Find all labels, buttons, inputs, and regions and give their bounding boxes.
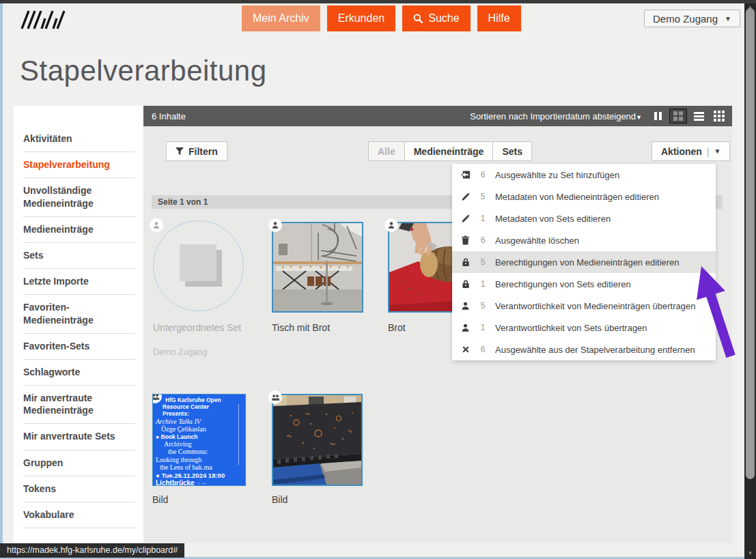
sidebar-item-letzte-importe[interactable]: Letzte Importe [14,269,143,294]
poster-line: Presents: [156,410,242,417]
menu-label: Verantwortlichkeit von Sets übertragen [495,323,647,333]
poster-line: Archive Talks IV [156,418,242,426]
menu-item-transfer-media-responsibility[interactable]: 5 Verantwortlichkeit von Medieneinträgen… [452,295,716,317]
chevron-down-icon: ▼ [636,114,642,121]
nav-erkunden-button[interactable]: Erkunden [327,5,396,31]
menu-item-edit-set-metadata[interactable]: 1 Metadaten von Sets editieren [452,207,716,229]
sidebar-item-mir-anvertraute-sets[interactable]: Mir anvertraute Sets [14,424,143,449]
filter-button[interactable]: Filtern [166,141,227,161]
poster-line: ● Book Launch [156,433,242,440]
poster-line: ● Tue.26.11.2024 18:00 [156,472,242,479]
media-thumbnail[interactable] [272,394,363,486]
card-title[interactable]: Untergeordnetes Set [153,322,241,333]
nav-hilfe-button[interactable]: Hilfe [477,5,521,31]
owner-badge [268,218,282,232]
sort-label: Sortieren nach Importierdatum absteigend [470,111,636,121]
card-title[interactable]: Bild [152,494,168,505]
page-title: Stapelverarbeitung [20,55,267,87]
results-count: 6 Inhalte [152,111,186,121]
lock-icon [462,257,470,267]
menu-count: 6 [479,345,487,354]
pencil-icon [461,214,470,223]
type-filter-tabs: Alle Medieneinträge Sets [369,141,532,161]
card-title[interactable]: Tisch mit Brot [272,322,330,333]
window-border-top [0,0,756,3]
scrollbar-thumb[interactable] [746,8,755,479]
menu-count: 5 [479,257,487,267]
poster-line: Archiving [156,440,242,448]
chevron-down-icon: ▼ [725,15,731,23]
sidebar-item-unvollstaendige-medieneintraege[interactable]: Unvollständige Medieneinträge [14,178,143,216]
menu-label: Berechtigungen von Medieneinträgen editi… [495,257,680,268]
nav-suche-button[interactable]: Suche [402,5,470,31]
sidebar-item-medieneintraege[interactable]: Medieneinträge [14,217,143,242]
sidebar-item-tokens[interactable]: Tokens [14,476,143,502]
madek-logo[interactable] [20,9,71,33]
view-toggle-list-icon[interactable] [690,109,708,124]
grid-item-media: Bild [272,394,363,486]
sidebar-item-stapelverarbeitung[interactable]: Stapelverarbeitung [14,152,143,177]
poster-line: Özge Çelikaslan [156,425,242,433]
move-to-set-icon [461,170,471,180]
card-title[interactable]: Brot [388,322,406,333]
tab-sets[interactable]: Sets [492,141,532,161]
grid-item-media: Tisch mit Brot [272,222,363,313]
actions-dropdown-menu: 6 Ausgewählte zu Set hinzufügen 5 Metada… [452,164,716,360]
menu-label: Metadaten von Sets editieren [495,214,611,224]
person-icon [152,221,160,229]
divider [23,528,135,528]
filter-label: Filtern [188,146,218,157]
nav-label: Hilfe [488,12,510,25]
menu-item-edit-set-permissions[interactable]: 1 Berechtigungen von Sets editieren [452,273,716,295]
sort-dropdown[interactable]: Sortieren nach Importierdatum absteigend… [470,111,642,121]
media-thumbnail[interactable] [272,222,363,313]
grid-item-media: HfG Karlsruhe Open Resource Center Prese… [152,394,246,486]
view-toggle-tiles-icon[interactable] [710,109,728,124]
poster-line: Lichtbrücke [156,479,242,486]
funnel-icon [176,147,184,156]
set-thumbnail[interactable] [153,220,244,311]
tab-alle[interactable]: Alle [368,141,405,161]
poster-line: Looking through [156,456,242,464]
nav-mein-archiv-button[interactable]: Mein Archiv [242,5,320,31]
view-toggle-columns-icon[interactable] [649,109,667,124]
sidebar-item-aktivitaeten[interactable]: Aktivitäten [14,126,143,152]
scroll-down-icon[interactable]: ▼ [744,550,756,556]
people-icon [271,394,280,401]
sidebar-item-mir-anvertraute-medieneintraege[interactable]: Mir anvertraute Medieneinträge [14,386,143,423]
tab-medieneintraege[interactable]: Medieneinträge [404,141,494,161]
menu-label: Ausgewählte aus der Stapelverarbeitung e… [495,345,695,355]
vertical-scrollbar[interactable]: ▲ ▼ [744,3,756,559]
lock-icon [462,279,470,289]
sidebar-item-favoriten-sets[interactable]: Favoriten-Sets [14,334,143,359]
actions-dropdown-button[interactable]: Aktionen | ▼ [652,141,730,161]
sidebar-item-gruppen[interactable]: Gruppen [14,450,143,476]
sidebar-item-sets[interactable]: Sets [14,243,143,268]
person-icon [461,302,470,311]
menu-item-edit-media-metadata[interactable]: 5 Metadaten von Medieneinträgen editiere… [452,186,716,207]
sidebar-item-schlagworte[interactable]: Schlagworte [14,360,143,385]
poster-line: the Lens of bak.ma [156,463,242,472]
menu-item-remove-from-batch[interactable]: 6 Ausgewählte aus der Stapelverarbeitung… [452,339,716,360]
card-title[interactable]: Bild [272,494,288,505]
nav-label: Mein Archiv [253,12,309,25]
sidebar: Aktivitäten Stapelverarbeitung Unvollstä… [14,106,143,543]
account-menu-button[interactable]: Demo Zugang ▼ [644,10,740,27]
pencil-icon [461,192,470,201]
grid-item-set: Untergeordnetes Set Demo Zugang [153,220,244,311]
menu-item-add-to-set[interactable]: 6 Ausgewählte zu Set hinzufügen [452,164,716,186]
divider: | [707,146,710,157]
menu-item-edit-media-permissions[interactable]: 5 Berechtigungen von Medieneinträgen edi… [452,251,716,273]
sidebar-item-favoriten-medieneintraege[interactable]: Favoriten-Medieneinträge [14,295,143,332]
menu-item-transfer-set-responsibility[interactable]: 1 Verantwortlichkeit von Sets übertragen [452,317,716,339]
menu-count: 1 [479,323,487,332]
card-owner: Demo Zugang [153,347,207,357]
media-thumbnail[interactable]: HfG Karlsruhe Open Resource Center Prese… [152,394,246,486]
view-toggle-grid-icon[interactable] [669,109,687,124]
x-cross-icon [462,345,470,354]
actions-label: Aktionen [661,146,702,157]
photo-table-with-bread [273,223,362,311]
menu-label: Berechtigungen von Sets editieren [495,279,631,289]
menu-item-delete-selected[interactable]: 6 Ausgewählte löschen [452,229,716,251]
sidebar-item-vokabulare[interactable]: Vokabulare [14,502,143,528]
